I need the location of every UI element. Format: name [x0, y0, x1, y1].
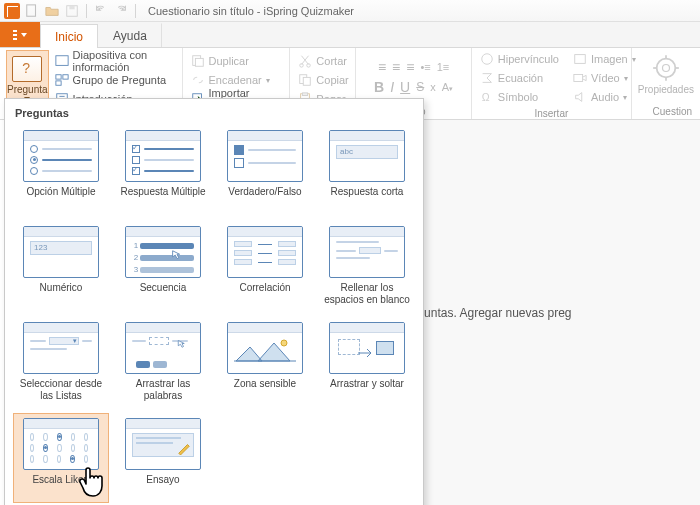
tab-inicio[interactable]: Inicio — [40, 24, 98, 48]
qtype-seleccionar-listas[interactable]: ▾ Seleccionar desde las Listas — [13, 317, 109, 407]
svg-rect-2 — [69, 5, 74, 9]
audio-button: Audio ▾ — [571, 88, 638, 106]
open-icon[interactable] — [44, 3, 60, 19]
qtype-arrastrar-soltar[interactable]: Arrastrar y soltar — [319, 317, 415, 407]
qtype-rellenar-espacios[interactable]: Rellenar los espacios en blanco — [319, 221, 415, 311]
question-icon — [12, 56, 42, 82]
font-style-row: B I U S x A▾ — [374, 79, 453, 95]
qtype-respuesta-multiple[interactable]: Respuesta Múltiple — [115, 125, 211, 215]
titlebar: Cuestionario sin título - iSpring Quizma… — [0, 0, 700, 22]
grupo-button[interactable]: Grupo de Pregunta — [53, 71, 176, 89]
qtype-respuesta-corta[interactable]: abc Respuesta corta — [319, 125, 415, 215]
cortar-button: Cortar — [296, 52, 355, 70]
undo-icon[interactable] — [93, 3, 109, 19]
qtype-verdadero-falso[interactable]: Verdadero/Falso — [217, 125, 313, 215]
app-icon — [4, 3, 20, 19]
hipervinculo-button: Hipervínculo — [478, 50, 561, 68]
svg-rect-0 — [27, 4, 36, 15]
video-button: Vídeo ▾ — [571, 69, 638, 87]
window-title: Cuestionario sin título - iSpring Quizma… — [148, 5, 354, 17]
simbolo-button: ΩSímbolo — [478, 88, 561, 106]
svg-rect-3 — [55, 56, 67, 66]
duplicar-button: Duplicar — [189, 52, 284, 70]
svg-point-17 — [482, 54, 493, 65]
qtype-opcion-multiple[interactable]: Opción Múltiple — [13, 125, 109, 215]
save-icon[interactable] — [64, 3, 80, 19]
tab-ayuda[interactable]: Ayuda — [98, 23, 162, 47]
qtype-zona-sensible[interactable]: Zona sensible — [217, 317, 313, 407]
svg-rect-9 — [195, 58, 203, 66]
cursor-hand-icon — [78, 464, 110, 500]
question-types-dropdown: Preguntas Opción Múltiple Respuesta Múlt… — [4, 98, 424, 505]
svg-rect-14 — [304, 77, 311, 85]
imagen-button: Imagen ▾ — [571, 50, 638, 68]
svg-text:Ω: Ω — [482, 91, 490, 103]
svg-rect-16 — [303, 93, 308, 96]
qtype-arrastrar-palabras[interactable]: Arrastrar las palabras — [115, 317, 211, 407]
svg-rect-5 — [62, 75, 67, 79]
diapositiva-button[interactable]: Diapositiva con información — [53, 52, 176, 70]
svg-rect-4 — [55, 75, 60, 79]
new-file-icon[interactable] — [24, 3, 40, 19]
ecuacion-button: Ecuación — [478, 69, 561, 87]
redo-icon[interactable] — [113, 3, 129, 19]
svg-point-22 — [662, 65, 669, 72]
dropdown-header: Preguntas — [13, 105, 415, 125]
svg-rect-19 — [574, 75, 583, 82]
svg-point-27 — [281, 340, 287, 346]
qtype-correlacion[interactable]: Correlación — [217, 221, 313, 311]
propiedades-button: Propiedades — [638, 54, 694, 95]
file-menu-button[interactable] — [0, 22, 40, 47]
qtype-secuencia[interactable]: 1 2 3 Secuencia — [115, 221, 211, 311]
svg-rect-6 — [55, 81, 60, 85]
svg-point-21 — [657, 59, 676, 78]
svg-rect-18 — [575, 55, 586, 64]
tab-strip: Inicio Ayuda — [0, 22, 700, 48]
qtype-ensayo[interactable]: Ensayo — [115, 413, 211, 503]
copiar-button: Copiar — [296, 71, 355, 89]
qtype-numerico[interactable]: 123 Numérico — [13, 221, 109, 311]
encadenar-button: Encadenar ▾ — [189, 71, 284, 89]
paragraph-align-row: ≡≡≡•≡1≡ — [378, 59, 449, 75]
